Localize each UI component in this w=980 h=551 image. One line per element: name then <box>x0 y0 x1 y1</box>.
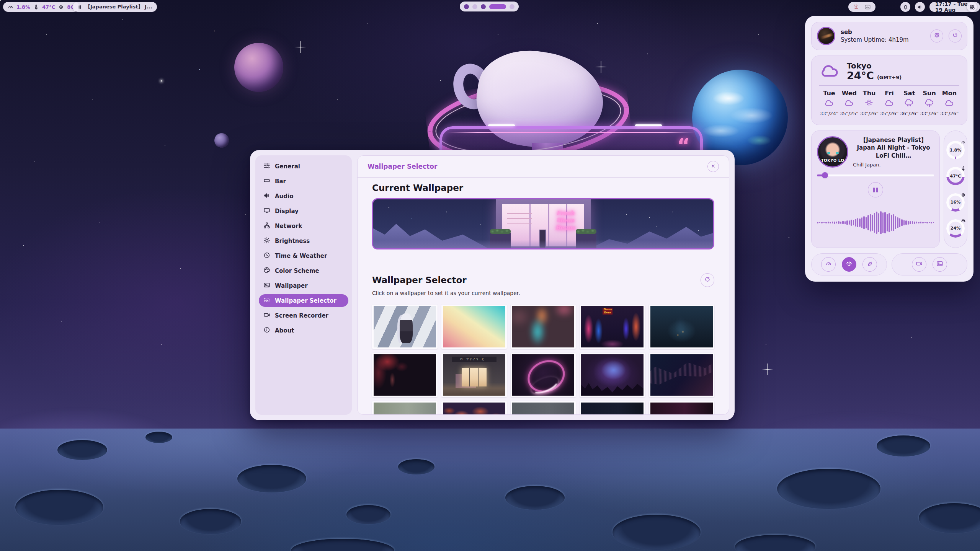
cloud-icon <box>844 99 854 109</box>
sidebar-label: Bar <box>275 178 286 185</box>
chip-icon <box>58 4 64 10</box>
display-icon <box>263 207 270 215</box>
network-icon <box>263 222 270 230</box>
wallpaper-thumbnail-blurred-neon-abstract[interactable] <box>511 305 576 349</box>
system-uptime: System Uptime: 4h19m <box>841 36 925 43</box>
dashboard-launcher-button[interactable] <box>967 2 977 12</box>
performance-profile-button[interactable] <box>821 257 836 272</box>
notifications-bell-button[interactable] <box>900 2 910 12</box>
sidebar-item-wallpaper[interactable]: Wallpaper <box>259 279 348 292</box>
wallpaper-thumbnail-grey-gradient[interactable] <box>511 401 576 415</box>
pause-button[interactable] <box>868 182 883 197</box>
content-header: Wallpaper Selector <box>358 156 729 178</box>
sidebar-item-wallpaper-selector[interactable]: Wallpaper Selector <box>259 294 348 307</box>
system-stats-pill[interactable]: 1.8% 47°C 8G <box>3 2 79 12</box>
current-wallpaper-heading: Current Wallpaper <box>372 183 714 193</box>
close-button[interactable] <box>707 161 719 172</box>
coffee-sign-text: ローファイコーヒー <box>452 357 497 362</box>
storm-cloud-icon <box>924 99 934 109</box>
shortcuts-group <box>892 253 967 276</box>
sidebar-item-time-weather[interactable]: Time & Weather <box>259 249 348 262</box>
forecast-day: Sat 36°/26° <box>899 90 919 116</box>
wallpaper-thumbnail-dark-maroon[interactable] <box>649 401 714 415</box>
sidebar-item-brightness[interactable]: Brightness <box>259 235 348 247</box>
forecast-day: Wed 35°/25° <box>839 90 859 116</box>
wallpaper-thumbnail-anime-girl-crosswalk[interactable] <box>372 305 438 349</box>
sidebar-item-bar[interactable]: Bar <box>259 175 348 187</box>
power-profile-group <box>811 253 887 276</box>
wallpaper-thumbnail-autumn-purple-trees[interactable] <box>441 401 507 415</box>
cloud-icon <box>944 99 954 109</box>
temperature-gauge: 47°C <box>946 167 965 185</box>
refresh-button[interactable] <box>701 273 714 287</box>
preview-stars <box>389 207 389 208</box>
memory-gauge: 16% <box>946 193 965 212</box>
wallpaper-thumbnail-lofi-coffee-shop[interactable]: ローファイコーヒー <box>441 353 507 397</box>
temperature: 47°C <box>42 4 55 10</box>
sidebar-item-color-scheme[interactable]: Color Scheme <box>259 264 348 277</box>
sidebar-item-general[interactable]: General <box>259 160 348 173</box>
user-name: seb <box>841 29 925 36</box>
wallpaper-grid: Game Over ローファイコーヒー <box>372 305 714 415</box>
sidebar-item-display[interactable]: Display <box>259 205 348 217</box>
sidebar-item-audio[interactable]: Audio <box>259 190 348 202</box>
forecast-day: Fri 35°/26° <box>879 90 899 116</box>
sidebar-item-about[interactable]: About <box>259 324 348 337</box>
workspace-dot-empty[interactable] <box>510 4 514 9</box>
sidebar-item-network[interactable]: Network <box>259 220 348 232</box>
workspace-dot-occupied[interactable] <box>481 4 486 9</box>
brightness-icon <box>263 237 270 245</box>
rain-cloud-icon <box>904 99 914 109</box>
power-saver-profile-button[interactable] <box>862 257 877 272</box>
sidebar-label: Brightness <box>275 238 310 245</box>
videocam-icon <box>916 260 923 269</box>
wallpaper-thumbnail-crimson-forest[interactable] <box>372 353 438 397</box>
speedometer-icon <box>825 261 832 269</box>
wallpaper-thumbnail-dark-navy[interactable] <box>580 401 645 415</box>
disk-gauge: 24% <box>946 219 965 238</box>
tune-icon <box>263 162 270 171</box>
star-glint <box>762 364 773 375</box>
wallpaper-thumbnail-pink-mesh-wave[interactable] <box>649 353 714 397</box>
forecast-day: Tue 33°/24° <box>819 90 839 116</box>
scales-icon <box>846 260 853 269</box>
screen-recorder-button[interactable] <box>912 257 926 272</box>
wallpaper-thumbnail-pink-ring-portal[interactable] <box>511 353 576 397</box>
content-scroll-area[interactable]: Current Wallpaper Fresh Moon Beans <box>358 178 729 415</box>
settings-window: General Bar Audio Display Network Bright… <box>250 150 735 420</box>
sidebar-item-screen-recorder[interactable]: Screen Recorder <box>259 309 348 322</box>
leaf-icon <box>867 261 873 269</box>
sun-cloud-icon <box>864 99 874 109</box>
forecast-day: Thu 33°/26° <box>859 90 879 116</box>
weather-forecast: Tue 33°/24° Wed 35°/25° Thu 33°/26° Fri … <box>819 90 959 116</box>
screenshot-image-icon[interactable] <box>864 4 871 10</box>
wallpaper-thumbnail-grey-green-landscape[interactable] <box>372 401 438 415</box>
workspace-dot-occupied[interactable] <box>464 4 469 9</box>
settings-content: Wallpaper Selector Current Wallpaper Fre… <box>357 155 729 415</box>
settings-gear-button[interactable] <box>930 29 943 42</box>
balanced-profile-button[interactable] <box>842 257 856 272</box>
forecast-day: Mon 33°/26° <box>939 90 959 116</box>
close-icon <box>711 164 715 170</box>
wallpaper-thumbnail-pastel-gradient[interactable] <box>441 305 507 349</box>
sidebar-label: Display <box>275 208 299 215</box>
sidebar-label: Screen Recorder <box>275 312 328 319</box>
wallpaper-thumbnail-cyberpunk-arcade[interactable]: Game Over <box>580 305 645 349</box>
wallpaper-thumbnail-purple-nebula-forest[interactable] <box>580 353 645 397</box>
media-progress-slider[interactable] <box>817 172 934 178</box>
workspace-dot-empty[interactable] <box>472 4 477 9</box>
power-button[interactable] <box>949 29 962 42</box>
wallpaper-thumbnail-dark-blue-village[interactable] <box>649 305 714 349</box>
media-pill-title: 【Japanese Playlist】 J... <box>85 3 152 10</box>
slider-thumb[interactable] <box>822 172 828 178</box>
claw-app-icon[interactable] <box>853 4 859 10</box>
workspace-active-pill[interactable] <box>489 4 506 9</box>
volume-button[interactable] <box>915 2 925 12</box>
wallpaper-shortcut-button[interactable] <box>933 257 947 272</box>
screen-recorder-icon <box>263 311 270 320</box>
current-wallpaper-preview: Fresh Moon Beans <box>372 198 714 249</box>
chip-icon <box>961 192 966 199</box>
fresh-moon-beans-neon-sign: Fresh Moon Beans <box>550 210 581 231</box>
sidebar-label: Wallpaper Selector <box>275 297 336 304</box>
media-player-pill[interactable]: 【Japanese Playlist】 J... <box>73 2 157 12</box>
